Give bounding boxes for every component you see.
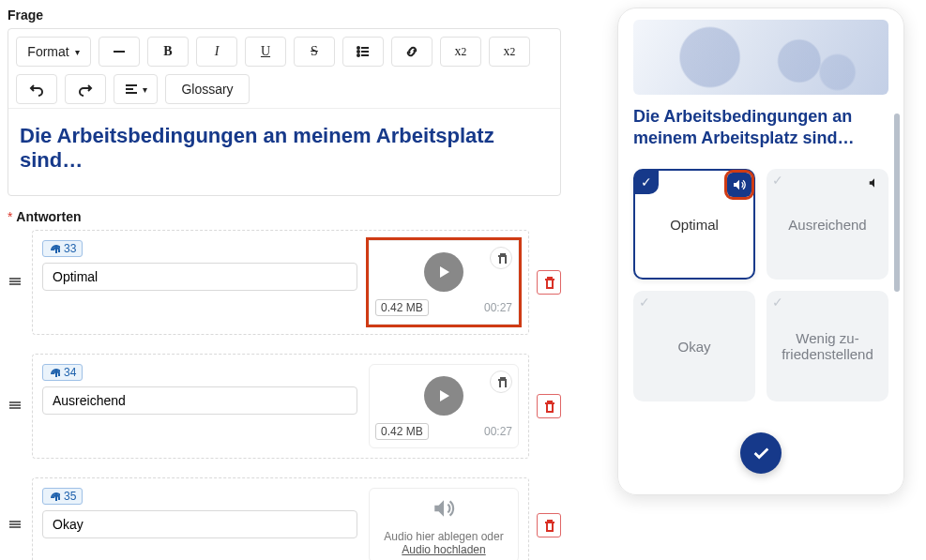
drag-icon — [8, 274, 23, 289]
drag-icon — [8, 517, 23, 532]
file-size-badge: 0.42 MB — [375, 423, 429, 440]
audio-slot: 0.42 MB 00:27 — [369, 240, 519, 325]
speaker-icon — [375, 496, 512, 526]
align-button[interactable]: ▾ — [114, 74, 158, 104]
hr-button[interactable] — [99, 37, 140, 67]
delete-answer-button[interactable] — [537, 270, 561, 295]
minus-icon — [112, 44, 127, 59]
confirm-button[interactable] — [740, 432, 782, 474]
check-icon: ✓ — [634, 170, 659, 194]
list-button[interactable] — [342, 37, 384, 67]
scrollbar-thumb[interactable] — [894, 114, 900, 292]
preview-option[interactable]: ✓ Wenig zu­friedenstel­lend — [767, 291, 888, 401]
fingerprint-icon — [49, 243, 60, 254]
fingerprint-icon — [49, 367, 60, 378]
duration-text: 00:27 — [484, 425, 512, 438]
bold-button[interactable]: B — [147, 37, 189, 67]
drag-icon — [8, 398, 23, 413]
duration-text: 00:27 — [484, 301, 512, 314]
italic-button[interactable]: I — [196, 37, 237, 67]
undo-button[interactable] — [16, 74, 57, 104]
preview-option[interactable]: ✓ Ausrei­chend — [767, 169, 888, 280]
redo-icon — [78, 82, 93, 97]
drag-handle[interactable] — [8, 517, 24, 535]
option-label: Wenig zu­friedenstel­lend — [774, 330, 881, 362]
rich-text-editor: Format▾ B I U S x2 x2 — [8, 28, 561, 196]
check-icon: ✓ — [766, 290, 790, 314]
superscript-button[interactable]: x2 — [440, 37, 481, 67]
preview-option[interactable]: ✓ Okay — [633, 291, 755, 401]
fingerprint-chip[interactable]: 35 — [42, 488, 83, 505]
trash-icon — [542, 400, 555, 413]
drag-handle[interactable] — [8, 398, 24, 416]
check-icon: ✓ — [632, 290, 657, 314]
audio-slot: 0.42 MB 00:27 — [369, 364, 519, 448]
answer-text-input[interactable] — [42, 510, 357, 538]
answer-text-input[interactable] — [42, 386, 357, 415]
editor-toolbar: Format▾ B I U S x2 x2 — [8, 29, 560, 109]
trash-icon — [495, 252, 507, 264]
subscript-button[interactable]: x2 — [489, 37, 530, 67]
preview-option[interactable]: ✓ Optimal — [633, 169, 755, 280]
format-button[interactable]: Format▾ — [16, 37, 91, 67]
hero-image — [633, 20, 888, 95]
trash-icon — [542, 519, 555, 532]
svg-point-3 — [357, 51, 359, 53]
drop-hint: Audio hier ablegen oder — [384, 530, 503, 543]
delete-audio-button[interactable] — [490, 247, 512, 269]
delete-audio-button[interactable] — [490, 371, 512, 393]
question-text: Die Arbeitsbedingungen an meinem Arbeits… — [20, 124, 549, 173]
answer-text-input[interactable] — [42, 263, 357, 291]
answers-label: * Antworten — [8, 209, 561, 224]
underline-button[interactable]: U — [245, 37, 286, 67]
option-label: Optimal — [670, 217, 719, 233]
question-label: Frage — [8, 8, 561, 23]
play-icon — [436, 388, 451, 403]
link-button[interactable] — [391, 37, 433, 67]
delete-answer-button[interactable] — [537, 394, 561, 418]
delete-answer-button[interactable] — [537, 513, 561, 537]
svg-point-1 — [357, 47, 359, 49]
trash-icon — [495, 376, 507, 387]
svg-point-5 — [357, 54, 359, 56]
answer-row: 35 Audio hier ablegen oder Audio hochlad… — [8, 477, 561, 560]
undo-icon — [29, 82, 44, 97]
option-label: Ausrei­chend — [788, 217, 866, 233]
audio-dropzone[interactable]: Audio hier ablegen oder Audio hochladen — [369, 488, 519, 560]
preview-question: Die Arbeitsbedingungen an meinem Arbeits… — [633, 106, 888, 148]
fingerprint-chip[interactable]: 33 — [42, 240, 83, 257]
play-button[interactable] — [424, 376, 463, 416]
play-icon — [436, 265, 451, 280]
strike-button[interactable]: S — [294, 37, 335, 67]
glossary-button[interactable]: Glossary — [165, 74, 250, 104]
play-button[interactable] — [424, 252, 463, 292]
editor-content[interactable]: Die Arbeitsbedingungen an meinem Arbeits… — [8, 109, 560, 195]
check-icon — [751, 443, 771, 463]
speaker-icon[interactable] — [862, 171, 887, 195]
file-size-badge: 0.42 MB — [375, 299, 429, 316]
answer-row: 34 0.42 MB 00:27 — [8, 354, 561, 459]
redo-button[interactable] — [65, 74, 106, 104]
fingerprint-chip[interactable]: 34 — [42, 364, 83, 381]
trash-icon — [542, 276, 555, 289]
fingerprint-icon — [49, 491, 60, 502]
align-icon — [124, 82, 139, 97]
answer-row: 33 0.42 MB 00:27 — [8, 230, 561, 335]
option-label: Okay — [677, 339, 710, 355]
drag-handle[interactable] — [8, 274, 24, 292]
list-icon — [356, 44, 371, 59]
link-icon — [404, 44, 419, 59]
upload-audio-link[interactable]: Audio hochladen — [402, 543, 485, 556]
mobile-preview: Die Arbeitsbedingungen an meinem Arbeits… — [617, 8, 904, 495]
check-icon: ✓ — [766, 168, 790, 192]
speaker-icon[interactable] — [727, 173, 751, 197]
